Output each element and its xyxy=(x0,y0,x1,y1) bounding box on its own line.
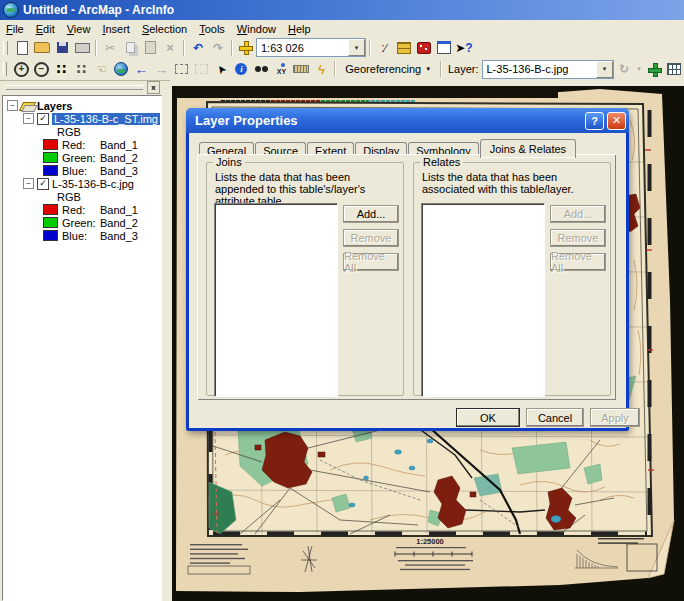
zoom-out-icon: − xyxy=(34,62,49,77)
collapse-icon[interactable]: − xyxy=(23,178,34,189)
undo-button[interactable]: ↶ xyxy=(188,39,208,57)
toc-root-label: Layers xyxy=(37,100,72,112)
toc-close-button[interactable]: x xyxy=(147,81,160,94)
menu-file[interactable]: File xyxy=(0,22,30,36)
add-data-button[interactable] xyxy=(236,39,256,57)
delete-button[interactable]: × xyxy=(160,39,180,57)
select-elements-button[interactable]: ➤ xyxy=(211,60,231,78)
zoom-out-button[interactable]: − xyxy=(31,60,51,78)
command-window-button[interactable] xyxy=(434,39,454,57)
relates-remove-button[interactable]: Remove xyxy=(550,229,606,247)
cancel-button[interactable]: Cancel xyxy=(526,408,584,427)
separator xyxy=(369,40,371,56)
identify-button[interactable]: i xyxy=(231,60,251,78)
tab-joins-relates[interactable]: Joins & Relates xyxy=(480,139,576,158)
go-to-xy-button[interactable]: XY xyxy=(271,60,291,78)
map-scale-combobox[interactable]: 1:63 026 ▼ xyxy=(256,38,366,57)
arcmap-logo-icon xyxy=(3,2,19,18)
menu-view[interactable]: View xyxy=(61,22,97,36)
menu-insert[interactable]: Insert xyxy=(96,22,136,36)
collapse-icon[interactable]: − xyxy=(23,113,34,124)
joins-listbox[interactable] xyxy=(214,203,338,397)
editor-toolbar-button[interactable]: :∕ xyxy=(374,39,394,57)
toolbar-grip[interactable] xyxy=(3,41,8,55)
pan-button[interactable]: ☜ xyxy=(91,60,111,78)
go-back-extent-button[interactable]: ← xyxy=(131,60,151,78)
collapse-icon[interactable]: − xyxy=(7,100,18,111)
joins-group-label: Joins xyxy=(213,156,245,168)
relates-remove-all-button[interactable]: Remove All xyxy=(550,253,606,271)
full-extent-button[interactable] xyxy=(111,60,131,78)
menu-selection[interactable]: Selection xyxy=(136,22,193,36)
band-value: Band_2 xyxy=(100,217,138,229)
open-button[interactable] xyxy=(32,39,52,57)
arctoolbox-button[interactable] xyxy=(414,39,434,57)
view-link-table-button[interactable] xyxy=(664,60,684,78)
toc-layer-row[interactable]: − ✓ L-35-136-B-c_ST.img xyxy=(7,112,161,125)
toc-band-row: Green: Band_2 xyxy=(7,151,161,164)
georeferencing-menu-button[interactable]: Georeferencing ▼ xyxy=(339,62,437,76)
full-extent-globe-icon xyxy=(114,62,128,76)
band-label: Green: xyxy=(62,217,100,229)
toc-band-row: Blue: Band_3 xyxy=(7,164,161,177)
hyperlink-button[interactable]: ϟ xyxy=(311,60,331,78)
copy-button[interactable] xyxy=(120,39,140,57)
layer-visibility-checkbox[interactable]: ✓ xyxy=(37,113,49,125)
blue-band-swatch xyxy=(43,165,58,176)
whats-this-button[interactable]: ➤? xyxy=(454,39,474,57)
paste-button[interactable] xyxy=(140,39,160,57)
menu-help[interactable]: Help xyxy=(282,22,317,36)
copy-icon xyxy=(126,42,135,53)
print-button[interactable] xyxy=(72,39,92,57)
measure-button[interactable] xyxy=(291,60,311,78)
menu-tools[interactable]: Tools xyxy=(193,22,231,36)
toc-layer-name[interactable]: L-35-136-B-c.jpg xyxy=(52,178,134,190)
save-button[interactable] xyxy=(52,39,72,57)
dialog-titlebar[interactable]: Layer Properties ? ✕ xyxy=(186,108,629,133)
joins-relates-tabpage: Joins Lists the data that has been appen… xyxy=(197,154,616,400)
relates-listbox[interactable] xyxy=(421,203,545,397)
undo-icon: ↶ xyxy=(193,41,203,55)
rotate-dropdown[interactable]: ▼ xyxy=(634,60,644,78)
chevron-down-icon[interactable]: ▼ xyxy=(348,39,365,56)
toc-layer-row[interactable]: − ✓ L-35-136-B-c.jpg xyxy=(7,177,161,190)
select-features-button[interactable] xyxy=(171,60,191,78)
toc-drag-handle[interactable] xyxy=(6,85,143,90)
find-button[interactable] xyxy=(251,60,271,78)
renderer-label: RGB xyxy=(57,126,81,138)
fixed-zoom-out-button[interactable]: ∷ xyxy=(71,60,91,78)
menu-window[interactable]: Window xyxy=(231,22,282,36)
red-band-swatch xyxy=(43,139,58,150)
apply-button[interactable]: Apply xyxy=(590,408,640,427)
arccatalog-button[interactable] xyxy=(394,39,414,57)
toc-root-row[interactable]: − Layers xyxy=(7,99,161,112)
find-binoculars-icon xyxy=(255,66,261,72)
toc-layer-name[interactable]: L-35-136-B-c_ST.img xyxy=(52,113,160,125)
dialog-close-button[interactable]: ✕ xyxy=(607,112,626,130)
go-forward-extent-button[interactable]: → xyxy=(151,60,171,78)
toolbar-grip[interactable] xyxy=(3,62,7,76)
green-band-swatch xyxy=(43,152,58,163)
fixed-zoom-in-button[interactable]: ∷ xyxy=(51,60,71,78)
dialog-help-button[interactable]: ? xyxy=(585,112,604,130)
joins-description: Lists the data that has been appended to… xyxy=(215,171,393,207)
zoom-in-button[interactable]: + xyxy=(11,60,31,78)
menu-edit[interactable]: Edit xyxy=(30,22,61,36)
chevron-down-icon[interactable]: ▼ xyxy=(596,61,613,78)
redo-button[interactable]: ↷ xyxy=(208,39,228,57)
joins-remove-all-button[interactable]: Remove All xyxy=(343,253,399,271)
clear-selection-button[interactable] xyxy=(191,60,211,78)
toc-band-row: Red: Band_1 xyxy=(7,138,161,151)
rotate-button[interactable]: ↻ xyxy=(614,60,634,78)
add-control-points-button[interactable] xyxy=(644,60,664,78)
pan-hand-icon: ☜ xyxy=(96,62,107,76)
joins-remove-button[interactable]: Remove xyxy=(343,229,399,247)
georef-layer-value: L-35-136-B-c.jpg xyxy=(483,63,597,75)
cut-button[interactable]: ✂ xyxy=(100,39,120,57)
georef-layer-combobox[interactable]: L-35-136-B-c.jpg ▼ xyxy=(482,60,615,79)
relates-add-button[interactable]: Add... xyxy=(550,205,606,223)
ok-button[interactable]: OK xyxy=(456,408,520,427)
layer-visibility-checkbox[interactable]: ✓ xyxy=(37,178,49,190)
new-document-button[interactable] xyxy=(12,39,32,57)
joins-add-button[interactable]: Add... xyxy=(343,205,399,223)
